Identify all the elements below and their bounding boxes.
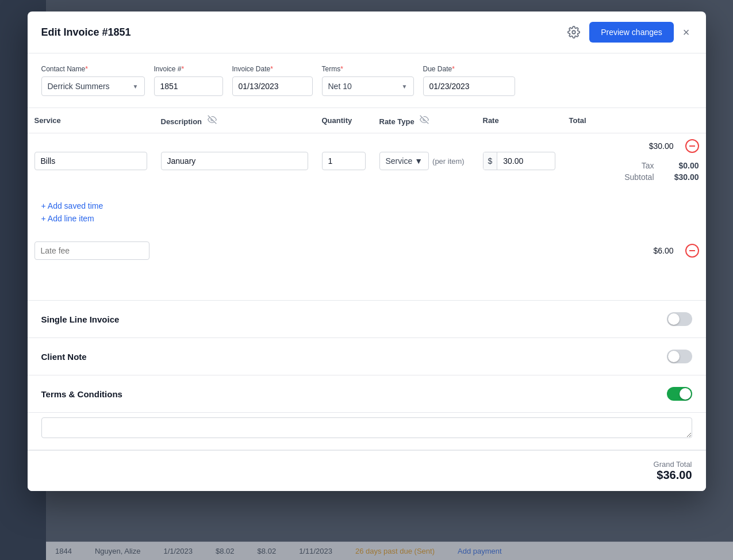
rate-type-value: Service: [386, 156, 413, 166]
invoice-number-input[interactable]: [154, 76, 223, 96]
rate-input-wrapper: $: [483, 152, 555, 170]
rate-input[interactable]: [497, 152, 543, 170]
grand-total-value: $36.00: [654, 469, 692, 482]
late-fee-row: $6.00: [28, 236, 706, 266]
late-fee-cell: [28, 236, 562, 266]
quantity-column-header: Quantity: [315, 108, 373, 133]
total-cell: $30.00 Tax $0.00: [562, 133, 706, 189]
quantity-input[interactable]: [322, 152, 366, 170]
contact-name-select[interactable]: Derrick Summers ▼: [41, 76, 145, 96]
svg-point-0: [572, 30, 575, 34]
rate-currency-symbol: $: [483, 152, 498, 170]
line-item-total: $30.00: [649, 141, 676, 151]
line-item-row: Service ▼ (per item) $: [28, 133, 706, 189]
description-column-header: Description: [154, 108, 315, 133]
grand-total-label: Grand Total: [654, 460, 692, 469]
modal-footer: Grand Total $36.00: [28, 450, 706, 491]
per-item-label: (per item): [432, 157, 465, 166]
terms-conditions-toggle-thumb: [680, 388, 691, 400]
terms-conditions-toggle[interactable]: [667, 387, 692, 401]
rate-column-header: Rate: [476, 108, 562, 133]
header-actions: Preview changes ×: [565, 22, 692, 43]
description-visibility-icon[interactable]: [208, 117, 217, 126]
total-remove-wrapper: $30.00: [569, 139, 699, 153]
add-line-item-link[interactable]: + Add line item: [41, 214, 692, 223]
single-line-toggle-section: Single Line Invoice: [28, 301, 706, 338]
add-links-row: + Add saved time + Add line item: [28, 189, 706, 236]
late-fee-total-cell: $6.00: [562, 236, 706, 266]
modal-overlay: Edit Invoice #1851 Preview changes × Con…: [0, 0, 733, 560]
client-note-toggle-section: Client Note: [28, 338, 706, 375]
spacer: [28, 266, 706, 300]
rate-type-chevron-icon: ▼: [415, 156, 423, 166]
modal-header: Edit Invoice #1851 Preview changes ×: [28, 11, 706, 53]
edit-invoice-modal: Edit Invoice #1851 Preview changes × Con…: [28, 11, 706, 491]
rate-type-visibility-icon[interactable]: [420, 117, 429, 126]
late-fee-input[interactable]: [34, 241, 149, 260]
due-date-label: Due Date*: [423, 65, 515, 73]
terms-textarea-section: [28, 413, 706, 450]
grand-total-section: Grand Total $36.00: [654, 460, 692, 482]
form-fields-row: Contact Name* Derrick Summers ▼ Invoice …: [28, 53, 706, 108]
tax-value: $0.00: [659, 161, 699, 170]
close-modal-button[interactable]: ×: [681, 24, 692, 40]
terms-label: Terms*: [322, 65, 414, 73]
modal-title: Edit Invoice #1851: [41, 26, 131, 39]
invoice-table: Service Description Quantity: [28, 108, 706, 266]
remove-line-item-button[interactable]: [685, 139, 699, 153]
total-column-header: Total: [562, 108, 706, 133]
service-cell: [28, 133, 154, 189]
invoice-num-label: Invoice #*: [154, 65, 223, 73]
terms-select[interactable]: Net 10 ▼: [322, 76, 414, 96]
rate-type-column-header: Rate Type: [373, 108, 476, 133]
invoice-date-group: Invoice Date*: [232, 65, 313, 96]
terms-textarea[interactable]: [41, 417, 692, 438]
terms-chevron-icon: ▼: [402, 83, 408, 90]
description-input[interactable]: [161, 152, 308, 170]
terms-value: Net 10: [328, 82, 352, 91]
terms-group: Terms* Net 10 ▼: [322, 65, 414, 96]
rate-type-dropdown[interactable]: Service ▼: [379, 152, 429, 170]
tax-label: Tax: [642, 161, 654, 170]
single-line-toggle[interactable]: [667, 312, 692, 326]
service-column-header: Service: [28, 108, 154, 133]
settings-button[interactable]: [565, 24, 582, 41]
invoice-date-input[interactable]: [232, 76, 313, 96]
client-note-label: Client Note: [41, 352, 87, 362]
due-date-group: Due Date*: [423, 65, 515, 96]
remove-late-fee-button[interactable]: [685, 244, 699, 258]
rate-type-cell: Service ▼ (per item): [373, 133, 476, 189]
terms-conditions-toggle-section: Terms & Conditions: [28, 375, 706, 413]
add-saved-time-link[interactable]: + Add saved time: [41, 201, 692, 210]
invoice-num-group: Invoice #*: [154, 65, 223, 96]
minus-icon-late-fee: [689, 250, 695, 251]
subtotal-value: $30.00: [659, 172, 699, 182]
contact-name-group: Contact Name* Derrick Summers ▼: [41, 65, 145, 96]
contact-name-label: Contact Name*: [41, 65, 145, 73]
single-line-label: Single Line Invoice: [41, 314, 120, 324]
subtotal-label: Subtotal: [624, 172, 654, 182]
rate-cell: $: [476, 133, 562, 189]
invoice-table-section: Service Description Quantity: [28, 108, 706, 266]
add-links-cell: + Add saved time + Add line item: [28, 189, 706, 236]
client-note-toggle[interactable]: [667, 350, 692, 363]
invoice-date-label: Invoice Date*: [232, 65, 313, 73]
due-date-input[interactable]: [423, 76, 515, 96]
add-links-container: + Add saved time + Add line item: [34, 194, 699, 230]
description-cell: [154, 133, 315, 189]
terms-conditions-label: Terms & Conditions: [41, 389, 122, 399]
contact-name-value: Derrick Summers: [48, 82, 110, 91]
late-fee-total-wrapper: $6.00: [569, 244, 699, 258]
contact-chevron-icon: ▼: [133, 83, 139, 90]
client-note-toggle-thumb: [668, 351, 680, 362]
preview-changes-button[interactable]: Preview changes: [589, 22, 674, 43]
minus-icon: [689, 145, 695, 147]
service-input[interactable]: [34, 152, 147, 170]
late-fee-total: $6.00: [653, 246, 676, 255]
tax-row: Tax $0.00: [569, 160, 699, 171]
single-line-toggle-thumb: [668, 313, 680, 325]
background-table-row: 1844 Nguyen, Alize 1/1/2023 $8.02 $8.02 …: [46, 542, 733, 560]
subtotal-row: Subtotal $30.00: [569, 171, 699, 183]
quantity-cell: [315, 133, 373, 189]
